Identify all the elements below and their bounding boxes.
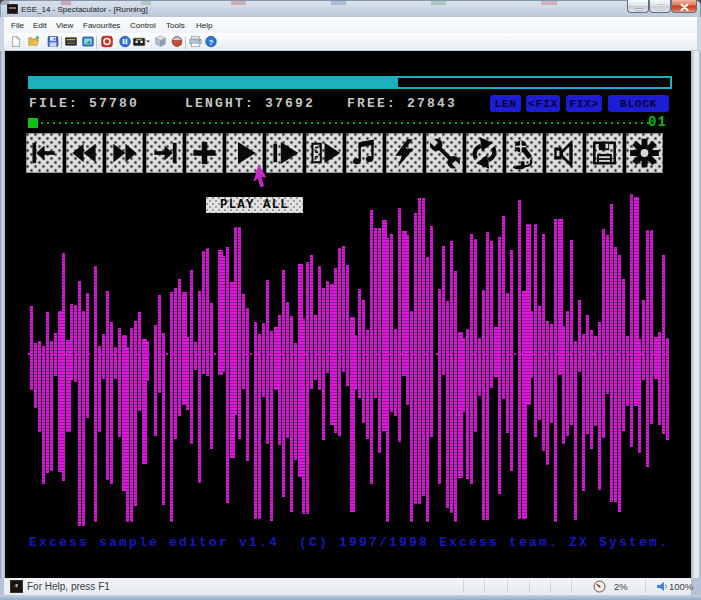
svg-text:?: ? [209,38,214,47]
